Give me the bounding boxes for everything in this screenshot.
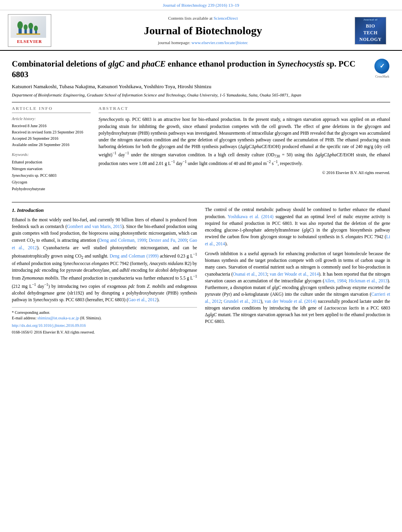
doi-anchor[interactable]: http://dx.doi.org/10.1016/j.jbiotec.2016… (12, 323, 86, 328)
article-info-col: ARTICLE INFO Article history: Received 8… (12, 106, 91, 196)
keyword-2: Nitrogen starvation (12, 165, 91, 172)
received-revised: Received in revised form 23 September 20… (12, 129, 91, 135)
divider-line-1 (12, 102, 390, 102)
abstract-col: ABSTRACT Synechocystis sp. PCC 6803 is a… (99, 106, 390, 196)
footnote-area: * Corresponding author. E-mail address: … (12, 307, 197, 321)
article-history-block: Article history: Received 8 June 2016 Re… (12, 116, 91, 148)
affiliation: Department of Bioinformatic Engineering,… (12, 92, 390, 98)
article-info-header: ARTICLE INFO (12, 106, 91, 113)
copyright-line: © 2016 Elsevier B.V. All rights reserved… (99, 170, 390, 176)
svg-point-7 (34, 26, 38, 31)
jb-logo-title: Journal of (363, 18, 378, 22)
intro-section-title: 1. Introduction (12, 206, 197, 214)
contents-line: Contents lists available at ScienceDirec… (59, 15, 347, 21)
available-date: Available online 28 September 2016 (12, 142, 91, 148)
divider-line-2 (12, 202, 390, 202)
ref-gombert[interactable]: Gombert and van Maris, 2015 (67, 224, 122, 229)
svg-point-3 (24, 24, 28, 30)
article-history-label: Article history: (12, 116, 91, 122)
journal-logo-right: Journal of BIOTECHNOLOGY (355, 17, 390, 44)
elsevier-logo-box: ELSEVIER (8, 14, 51, 46)
elsevier-logo: ELSEVIER (8, 14, 51, 46)
body-col-right: The control of the central metabolic pat… (205, 206, 390, 335)
intro-right-p2: Growth inhibition is a useful approach f… (205, 250, 390, 325)
journal-issue-label: Journal of Biotechnology 239 (2016) 13–1… (163, 3, 239, 7)
ref-gao2[interactable]: Gao et al., 2012 (128, 297, 157, 302)
footnote-email: E-mail address: shimizu@ist.osaka-u.ac.j… (12, 315, 197, 321)
article-title: Combinatorial deletions of glgC and phaC… (12, 59, 370, 80)
intro-p1: Ethanol is the most widely used bio-fuel… (12, 217, 197, 303)
ref-dexter[interactable]: Dexter and Fu, 2009 (149, 238, 187, 243)
doi-link: http://dx.doi.org/10.1016/j.jbiotec.2016… (12, 323, 197, 328)
ref-yoshikawa[interactable]: Yoshikawa et al. (2014) (228, 214, 274, 219)
article-content: Combinatorial deletions of glgC and phaC… (0, 51, 402, 343)
ref-vanderwoude1[interactable]: van der Woude et al., 2014 (270, 272, 319, 276)
keyword-3: Synechocystis sp. PCC 6803 (12, 172, 91, 179)
article-title-section: Combinatorial deletions of glgC and phaC… (12, 59, 390, 80)
issn-line: 0168-1656/© 2016 Elsevier B.V. All right… (12, 329, 197, 335)
body-two-col: 1. Introduction Ethanol is the most wide… (12, 206, 390, 335)
abstract-header: ABSTRACT (99, 106, 390, 113)
ref-deng1[interactable]: Deng and Coleman, 1999 (99, 238, 146, 243)
journal-title: Journal of Biotechnology (59, 23, 347, 38)
received-date: Received 8 June 2016 (12, 123, 91, 129)
svg-rect-8 (17, 33, 40, 35)
keywords-label: Keywords: (12, 152, 91, 158)
journal-homepage: journal homepage: www.elsevier.com/locat… (59, 40, 347, 46)
header-center: Contents lists available at ScienceDirec… (59, 15, 347, 46)
elsevier-logo-img (11, 16, 46, 38)
svg-point-1 (17, 21, 23, 29)
ref-grundel[interactable]: Grundel et al., 2012 (223, 299, 261, 304)
intro-right-p1: The control of the central metabolic pat… (205, 206, 390, 247)
elsevier-text: ELSEVIER (11, 39, 48, 44)
crossmark-icon: ✓ (374, 59, 389, 74)
crossmark-logo: ✓ CrossMark (374, 59, 390, 79)
keywords-block: Keywords: Ethanol production Nitrogen st… (12, 152, 91, 192)
keyword-1: Ethanol production (12, 159, 91, 165)
jb-logo-name: BIOTECHNOLOGY (359, 23, 382, 43)
keyword-4: Glycogen (12, 179, 91, 185)
journal-logo-box-img: Journal of BIOTECHNOLOGY (355, 17, 386, 44)
crossmark-label: CrossMark (374, 74, 390, 79)
keyword-5: Polyhydroxybutyrate (12, 185, 91, 192)
footnote-corresponding: * Corresponding author. (12, 310, 197, 315)
journal-top-bar: Journal of Biotechnology 239 (2016) 13–1… (0, 0, 402, 10)
homepage-url[interactable]: www.elsevier.com/locate/jbiotec (192, 40, 248, 45)
body-col-left: 1. Introduction Ethanol is the most wide… (12, 206, 197, 335)
authors: Katsunori Namakoshi, Tubasa Nakajima, Ka… (12, 83, 390, 90)
ref-osanai[interactable]: Osanai et al., 2013 (233, 272, 267, 276)
ref-vanderwoude2[interactable]: van der Woude et al. (2014) (264, 299, 316, 304)
abstract-text: Synechocystis sp. PCC 6803 is an attract… (99, 116, 390, 167)
svg-point-5 (28, 23, 33, 29)
ref-hickman[interactable]: Hickman et al., 2013 (349, 278, 388, 283)
article-dates: Received 8 June 2016 Received in revised… (12, 123, 91, 148)
ref-allen[interactable]: Allen, 1984 (324, 278, 346, 283)
section-num: 1. (12, 207, 17, 213)
keywords-list: Ethanol production Nitrogen starvation S… (12, 159, 91, 192)
sciencedirect-link[interactable]: ScienceDirect (214, 16, 238, 20)
article-info-abstract-section: ARTICLE INFO Article history: Received 8… (12, 106, 390, 196)
email-link[interactable]: shimizu@ist.osaka-u.ac.jp (37, 316, 79, 320)
ref-deng2[interactable]: Deng and Coleman (1999) (110, 253, 158, 258)
accepted-date: Accepted 26 September 2016 (12, 135, 91, 142)
page: Journal of Biotechnology 239 (2016) 13–1… (0, 0, 402, 343)
header-area: ELSEVIER Contents lists available at Sci… (0, 10, 402, 50)
